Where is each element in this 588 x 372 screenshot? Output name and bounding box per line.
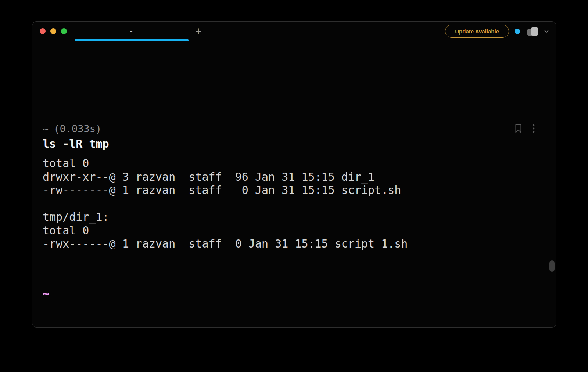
command-output: total 0 drwxr-xr--@ 3 razvan staff 96 Ja… <box>43 157 546 251</box>
new-tab-button[interactable]: + <box>190 22 207 41</box>
block-directory: ~ <box>43 123 49 134</box>
command-input[interactable]: ~ <box>32 272 556 327</box>
block-duration: (0.033s) <box>54 123 101 134</box>
command-text[interactable]: ls -lR tmp <box>43 137 546 151</box>
scrollback-area <box>32 41 556 113</box>
block-actions <box>514 124 535 133</box>
terminal-window: ~ + Update Available ~(0.033s) <box>32 21 556 328</box>
update-available-button[interactable]: Update Available <box>445 25 509 38</box>
notification-dot-icon <box>514 29 520 34</box>
tab-home[interactable]: ~ <box>75 22 189 41</box>
kebab-menu-icon[interactable] <box>533 124 535 133</box>
titlebar: ~ + Update Available <box>32 22 556 41</box>
minimize-button[interactable] <box>50 28 56 34</box>
command-block-header: ~(0.033s) <box>43 122 546 136</box>
close-button[interactable] <box>40 28 46 34</box>
zoom-button[interactable] <box>61 28 67 34</box>
block-context: ~(0.033s) <box>43 122 101 136</box>
tab-title: ~ <box>130 28 133 35</box>
bookmark-icon[interactable] <box>514 124 523 133</box>
scrollbar-thumb[interactable] <box>549 260 555 272</box>
window-stack-icon[interactable] <box>527 26 539 37</box>
command-block: ~(0.033s) ls -lR tmp total 0 drwxr-xr--@… <box>32 113 556 272</box>
titlebar-right-cluster: Update Available <box>445 25 549 38</box>
chevron-down-icon[interactable] <box>544 28 549 34</box>
active-tab-indicator <box>75 39 189 41</box>
traffic-lights <box>40 28 74 34</box>
prompt-symbol: ~ <box>43 287 49 300</box>
